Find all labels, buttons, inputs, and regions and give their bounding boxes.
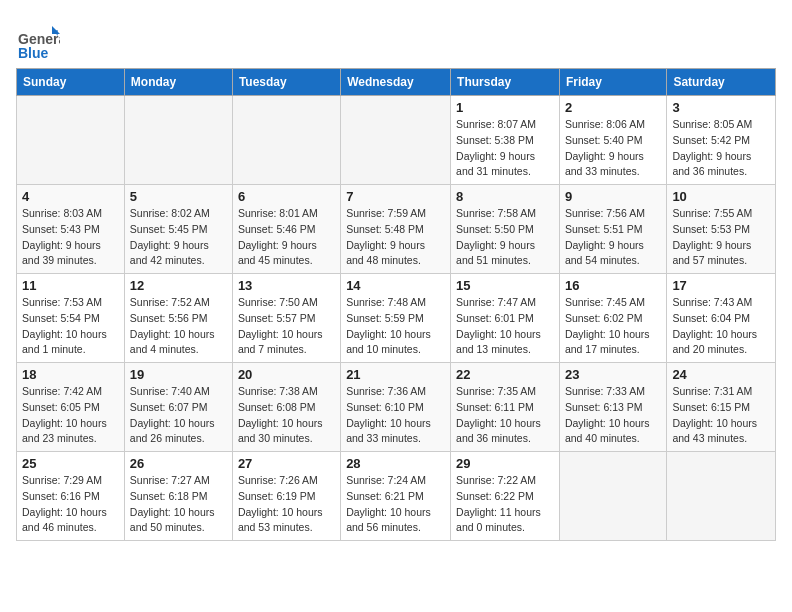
calendar-cell: 9Sunrise: 7:56 AMSunset: 5:51 PMDaylight… [559, 185, 666, 274]
day-number: 25 [22, 456, 119, 471]
calendar-cell: 24Sunrise: 7:31 AMSunset: 6:15 PMDayligh… [667, 363, 776, 452]
svg-text:Blue: Blue [18, 45, 49, 60]
day-info: Sunrise: 8:06 AMSunset: 5:40 PMDaylight:… [565, 117, 661, 180]
day-info: Sunrise: 8:03 AMSunset: 5:43 PMDaylight:… [22, 206, 119, 269]
day-header-friday: Friday [559, 69, 666, 96]
day-header-tuesday: Tuesday [232, 69, 340, 96]
calendar-cell: 17Sunrise: 7:43 AMSunset: 6:04 PMDayligh… [667, 274, 776, 363]
day-info: Sunrise: 7:43 AMSunset: 6:04 PMDaylight:… [672, 295, 770, 358]
day-info: Sunrise: 7:59 AMSunset: 5:48 PMDaylight:… [346, 206, 445, 269]
day-number: 7 [346, 189, 445, 204]
calendar-cell [124, 96, 232, 185]
day-info: Sunrise: 7:48 AMSunset: 5:59 PMDaylight:… [346, 295, 445, 358]
day-header-sunday: Sunday [17, 69, 125, 96]
day-info: Sunrise: 7:29 AMSunset: 6:16 PMDaylight:… [22, 473, 119, 536]
day-info: Sunrise: 7:55 AMSunset: 5:53 PMDaylight:… [672, 206, 770, 269]
day-number: 12 [130, 278, 227, 293]
logo-icon: General Blue [16, 16, 60, 60]
calendar-cell [17, 96, 125, 185]
calendar-cell [341, 96, 451, 185]
day-info: Sunrise: 7:27 AMSunset: 6:18 PMDaylight:… [130, 473, 227, 536]
day-number: 6 [238, 189, 335, 204]
day-info: Sunrise: 7:31 AMSunset: 6:15 PMDaylight:… [672, 384, 770, 447]
calendar-cell: 4Sunrise: 8:03 AMSunset: 5:43 PMDaylight… [17, 185, 125, 274]
calendar-cell: 3Sunrise: 8:05 AMSunset: 5:42 PMDaylight… [667, 96, 776, 185]
calendar-cell: 20Sunrise: 7:38 AMSunset: 6:08 PMDayligh… [232, 363, 340, 452]
day-info: Sunrise: 7:45 AMSunset: 6:02 PMDaylight:… [565, 295, 661, 358]
day-number: 20 [238, 367, 335, 382]
day-number: 27 [238, 456, 335, 471]
day-info: Sunrise: 7:36 AMSunset: 6:10 PMDaylight:… [346, 384, 445, 447]
day-number: 13 [238, 278, 335, 293]
day-number: 16 [565, 278, 661, 293]
day-number: 21 [346, 367, 445, 382]
day-number: 8 [456, 189, 554, 204]
day-info: Sunrise: 7:47 AMSunset: 6:01 PMDaylight:… [456, 295, 554, 358]
day-number: 26 [130, 456, 227, 471]
day-info: Sunrise: 7:35 AMSunset: 6:11 PMDaylight:… [456, 384, 554, 447]
day-header-saturday: Saturday [667, 69, 776, 96]
calendar-cell: 28Sunrise: 7:24 AMSunset: 6:21 PMDayligh… [341, 452, 451, 541]
day-header-wednesday: Wednesday [341, 69, 451, 96]
calendar-table: SundayMondayTuesdayWednesdayThursdayFrid… [16, 68, 776, 541]
day-number: 10 [672, 189, 770, 204]
calendar-cell: 6Sunrise: 8:01 AMSunset: 5:46 PMDaylight… [232, 185, 340, 274]
day-number: 19 [130, 367, 227, 382]
calendar-cell: 18Sunrise: 7:42 AMSunset: 6:05 PMDayligh… [17, 363, 125, 452]
page-header: General Blue [16, 16, 776, 60]
calendar-cell: 27Sunrise: 7:26 AMSunset: 6:19 PMDayligh… [232, 452, 340, 541]
day-info: Sunrise: 7:56 AMSunset: 5:51 PMDaylight:… [565, 206, 661, 269]
day-info: Sunrise: 7:42 AMSunset: 6:05 PMDaylight:… [22, 384, 119, 447]
calendar-cell: 2Sunrise: 8:06 AMSunset: 5:40 PMDaylight… [559, 96, 666, 185]
day-info: Sunrise: 8:05 AMSunset: 5:42 PMDaylight:… [672, 117, 770, 180]
day-number: 17 [672, 278, 770, 293]
calendar-cell [559, 452, 666, 541]
day-info: Sunrise: 7:33 AMSunset: 6:13 PMDaylight:… [565, 384, 661, 447]
day-number: 29 [456, 456, 554, 471]
calendar-week-3: 11Sunrise: 7:53 AMSunset: 5:54 PMDayligh… [17, 274, 776, 363]
day-info: Sunrise: 8:02 AMSunset: 5:45 PMDaylight:… [130, 206, 227, 269]
calendar-cell [667, 452, 776, 541]
day-number: 23 [565, 367, 661, 382]
calendar-cell: 10Sunrise: 7:55 AMSunset: 5:53 PMDayligh… [667, 185, 776, 274]
calendar-cell: 1Sunrise: 8:07 AMSunset: 5:38 PMDaylight… [451, 96, 560, 185]
day-number: 9 [565, 189, 661, 204]
day-info: Sunrise: 7:24 AMSunset: 6:21 PMDaylight:… [346, 473, 445, 536]
calendar-cell: 5Sunrise: 8:02 AMSunset: 5:45 PMDaylight… [124, 185, 232, 274]
day-number: 5 [130, 189, 227, 204]
day-info: Sunrise: 7:52 AMSunset: 5:56 PMDaylight:… [130, 295, 227, 358]
day-info: Sunrise: 7:53 AMSunset: 5:54 PMDaylight:… [22, 295, 119, 358]
day-number: 24 [672, 367, 770, 382]
calendar-cell: 25Sunrise: 7:29 AMSunset: 6:16 PMDayligh… [17, 452, 125, 541]
calendar-cell: 19Sunrise: 7:40 AMSunset: 6:07 PMDayligh… [124, 363, 232, 452]
calendar-week-5: 25Sunrise: 7:29 AMSunset: 6:16 PMDayligh… [17, 452, 776, 541]
day-number: 11 [22, 278, 119, 293]
calendar-header-row: SundayMondayTuesdayWednesdayThursdayFrid… [17, 69, 776, 96]
calendar-cell: 22Sunrise: 7:35 AMSunset: 6:11 PMDayligh… [451, 363, 560, 452]
day-number: 28 [346, 456, 445, 471]
day-number: 22 [456, 367, 554, 382]
calendar-cell [232, 96, 340, 185]
day-number: 2 [565, 100, 661, 115]
calendar-cell: 14Sunrise: 7:48 AMSunset: 5:59 PMDayligh… [341, 274, 451, 363]
day-number: 15 [456, 278, 554, 293]
calendar-cell: 8Sunrise: 7:58 AMSunset: 5:50 PMDaylight… [451, 185, 560, 274]
calendar-cell: 12Sunrise: 7:52 AMSunset: 5:56 PMDayligh… [124, 274, 232, 363]
day-header-thursday: Thursday [451, 69, 560, 96]
day-info: Sunrise: 7:58 AMSunset: 5:50 PMDaylight:… [456, 206, 554, 269]
calendar-cell: 16Sunrise: 7:45 AMSunset: 6:02 PMDayligh… [559, 274, 666, 363]
calendar-cell: 11Sunrise: 7:53 AMSunset: 5:54 PMDayligh… [17, 274, 125, 363]
day-number: 1 [456, 100, 554, 115]
day-info: Sunrise: 8:07 AMSunset: 5:38 PMDaylight:… [456, 117, 554, 180]
calendar-cell: 13Sunrise: 7:50 AMSunset: 5:57 PMDayligh… [232, 274, 340, 363]
day-info: Sunrise: 7:38 AMSunset: 6:08 PMDaylight:… [238, 384, 335, 447]
calendar-body: 1Sunrise: 8:07 AMSunset: 5:38 PMDaylight… [17, 96, 776, 541]
calendar-cell: 7Sunrise: 7:59 AMSunset: 5:48 PMDaylight… [341, 185, 451, 274]
day-number: 14 [346, 278, 445, 293]
calendar-week-1: 1Sunrise: 8:07 AMSunset: 5:38 PMDaylight… [17, 96, 776, 185]
day-number: 4 [22, 189, 119, 204]
day-info: Sunrise: 8:01 AMSunset: 5:46 PMDaylight:… [238, 206, 335, 269]
day-number: 3 [672, 100, 770, 115]
calendar-cell: 21Sunrise: 7:36 AMSunset: 6:10 PMDayligh… [341, 363, 451, 452]
calendar-week-2: 4Sunrise: 8:03 AMSunset: 5:43 PMDaylight… [17, 185, 776, 274]
